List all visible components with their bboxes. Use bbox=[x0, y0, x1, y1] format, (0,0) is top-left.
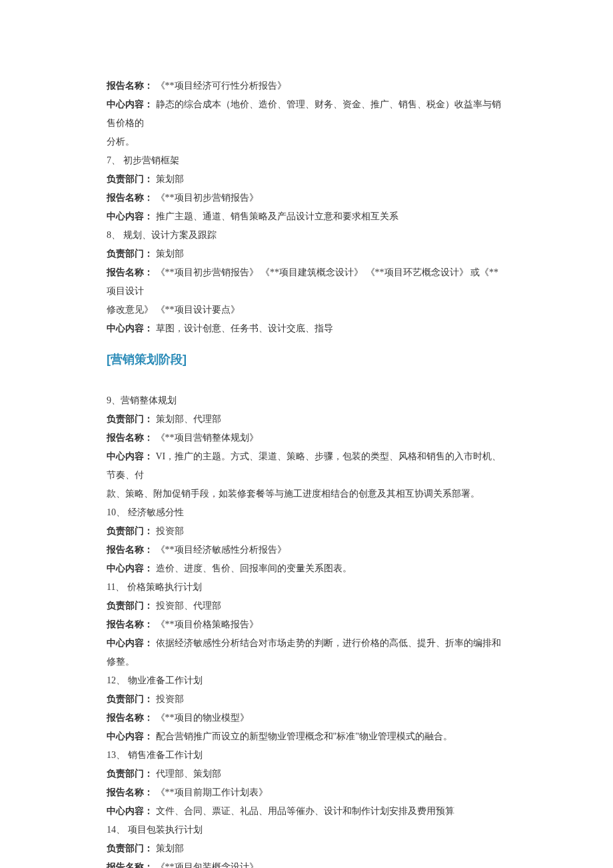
item8-report-line2: 修改意见》 《**项目设计要点》 bbox=[107, 301, 506, 319]
dept-value: 投资部 bbox=[156, 694, 184, 704]
item6-content-line1: 中心内容： 静态的综合成本（地价、造价、管理、财务、资金、推广、销售、税金）收益… bbox=[107, 95, 506, 133]
content-label: 中心内容： bbox=[107, 563, 153, 573]
report-label: 报告名称： bbox=[107, 433, 153, 443]
item6-content-line2: 分析。 bbox=[107, 133, 506, 151]
item10-number: 10、 经济敏感分性 bbox=[107, 503, 506, 522]
item8-dept-line: 负责部门： 策划部 bbox=[107, 245, 506, 263]
item9-number: 9、营销整体规划 bbox=[107, 391, 506, 410]
item8-content-line: 中心内容： 草图，设计创意、任务书、设计交底、指导 bbox=[107, 319, 506, 338]
dept-label: 负责部门： bbox=[107, 843, 153, 853]
dept-value: 策划部 bbox=[156, 249, 184, 259]
content-value: 静态的综合成本（地价、造价、管理、财务、资金、推广、销售、税金）收益率与销售价格… bbox=[107, 99, 501, 128]
item8-number: 8、 规划、设计方案及跟踪 bbox=[107, 226, 506, 245]
report-value: 《**项目初步营销报告》 《**项目建筑概念设计》 《**项目环艺概念设计》 或… bbox=[107, 267, 498, 296]
item11-report-line: 报告名称： 《**项目价格策略报告》 bbox=[107, 615, 506, 634]
item13-content-line: 中心内容： 文件、合同、票证、礼品、用品等催办、设计和制作计划安排及费用预算 bbox=[107, 802, 506, 821]
dept-value: 策划部 bbox=[156, 843, 184, 853]
content-value: 依据经济敏感性分析结合对市场走势的判断，进行价格的高低、提升、折率的编排和修整。 bbox=[107, 638, 501, 667]
report-label: 报告名称： bbox=[107, 713, 153, 723]
item9-dept-line: 负责部门： 策划部、代理部 bbox=[107, 410, 506, 429]
item7-report-line: 报告名称： 《**项目初步营销报告》 bbox=[107, 189, 506, 207]
document-page: 报告名称： 《**项目经济可行性分析报告》 中心内容： 静态的综合成本（地价、造… bbox=[0, 0, 613, 868]
item11-content-line: 中心内容： 依据经济敏感性分析结合对市场走势的判断，进行价格的高低、提升、折率的… bbox=[107, 634, 506, 671]
content-label: 中心内容： bbox=[107, 211, 153, 221]
dept-value: 策划部 bbox=[156, 174, 184, 184]
report-value: 《**项目价格策略报告》 bbox=[156, 619, 259, 629]
item6-report-line: 报告名称： 《**项目经济可行性分析报告》 bbox=[107, 77, 506, 95]
item12-dept-line: 负责部门： 投资部 bbox=[107, 690, 506, 709]
dept-label: 负责部门： bbox=[107, 769, 153, 779]
report-label: 报告名称： bbox=[107, 267, 153, 277]
dept-label: 负责部门： bbox=[107, 414, 153, 424]
report-label: 报告名称： bbox=[107, 193, 153, 203]
content-label: 中心内容： bbox=[107, 323, 153, 333]
content-value: 配合营销推广而设立的新型物业管理概念和"标准"物业管理模式的融合。 bbox=[156, 731, 452, 741]
content-label: 中心内容： bbox=[107, 99, 153, 109]
dept-label: 负责部门： bbox=[107, 174, 153, 184]
item9-content-line1: 中心内容： VI，推广的主题。方式、渠道、策略、步骤，包装的类型、风格和销售的入… bbox=[107, 447, 506, 485]
content-label: 中心内容： bbox=[107, 731, 153, 741]
dept-value: 投资部、代理部 bbox=[156, 601, 221, 611]
section-heading-marketing: [营销策划阶段] bbox=[107, 347, 506, 371]
item12-content-line: 中心内容： 配合营销推广而设立的新型物业管理概念和"标准"物业管理模式的融合。 bbox=[107, 727, 506, 746]
dept-label: 负责部门： bbox=[107, 526, 153, 536]
dept-value: 代理部、策划部 bbox=[156, 769, 221, 779]
item12-report-line: 报告名称： 《**项目的物业模型》 bbox=[107, 709, 506, 727]
content-value: VI，推广的主题。方式、渠道、策略、步骤，包装的类型、风格和销售的入市时机、节奏… bbox=[107, 451, 501, 480]
report-value: 《**项目前期工作计划表》 bbox=[156, 787, 268, 797]
dept-label: 负责部门： bbox=[107, 601, 153, 611]
item14-report-line: 报告名称： 《**项目包装概念设计》 bbox=[107, 858, 506, 868]
report-value: 《**项目经济可行性分析报告》 bbox=[156, 81, 287, 91]
item10-content-line: 中心内容： 造价、进度、售价、回报率间的变量关系图表。 bbox=[107, 559, 506, 578]
item11-dept-line: 负责部门： 投资部、代理部 bbox=[107, 597, 506, 615]
content-label: 中心内容： bbox=[107, 451, 153, 461]
content-label: 中心内容： bbox=[107, 638, 153, 648]
item10-dept-line: 负责部门： 投资部 bbox=[107, 522, 506, 541]
item12-number: 12、 物业准备工作计划 bbox=[107, 671, 506, 690]
item8-report-line1: 报告名称： 《**项目初步营销报告》 《**项目建筑概念设计》 《**项目环艺概… bbox=[107, 263, 506, 301]
item14-number: 14、 项目包装执行计划 bbox=[107, 821, 506, 839]
content-label: 中心内容： bbox=[107, 806, 153, 816]
item7-dept-line: 负责部门： 策划部 bbox=[107, 170, 506, 189]
report-value: 《**项目经济敏感性分析报告》 bbox=[156, 545, 287, 555]
report-value: 《**项目初步营销报告》 bbox=[156, 193, 259, 203]
dept-value: 投资部 bbox=[156, 526, 184, 536]
report-label: 报告名称： bbox=[107, 862, 153, 868]
content-value: 造价、进度、售价、回报率间的变量关系图表。 bbox=[156, 563, 352, 573]
content-value: 草图，设计创意、任务书、设计交底、指导 bbox=[156, 323, 333, 333]
item7-number: 7、 初步营销框架 bbox=[107, 151, 506, 170]
item14-dept-line: 负责部门： 策划部 bbox=[107, 839, 506, 858]
report-label: 报告名称： bbox=[107, 787, 153, 797]
item13-dept-line: 负责部门： 代理部、策划部 bbox=[107, 765, 506, 783]
content-value: 推广主题、通道、销售策略及产品设计立意和要求相互关系 bbox=[156, 211, 398, 221]
report-label: 报告名称： bbox=[107, 545, 153, 555]
dept-value: 策划部、代理部 bbox=[156, 414, 221, 424]
report-label: 报告名称： bbox=[107, 81, 153, 91]
dept-label: 负责部门： bbox=[107, 694, 153, 704]
item13-report-line: 报告名称： 《**项目前期工作计划表》 bbox=[107, 783, 506, 802]
item9-report-line: 报告名称： 《**项目营销整体规划》 bbox=[107, 429, 506, 447]
dept-label: 负责部门： bbox=[107, 249, 153, 259]
item11-number: 11、 价格策略执行计划 bbox=[107, 578, 506, 597]
item7-content-line: 中心内容： 推广主题、通道、销售策略及产品设计立意和要求相互关系 bbox=[107, 207, 506, 226]
report-value: 《**项目包装概念设计》 bbox=[156, 862, 259, 868]
item13-number: 13、 销售准备工作计划 bbox=[107, 746, 506, 765]
item9-content-line2: 款、策略、附加促销手段，如装修套餐等与施工进度相结合的创意及其相互协调关系部署。 bbox=[107, 485, 506, 503]
report-label: 报告名称： bbox=[107, 619, 153, 629]
content-value: 文件、合同、票证、礼品、用品等催办、设计和制作计划安排及费用预算 bbox=[156, 806, 454, 816]
report-value: 《**项目的物业模型》 bbox=[156, 713, 249, 723]
item10-report-line: 报告名称： 《**项目经济敏感性分析报告》 bbox=[107, 541, 506, 559]
report-value: 《**项目营销整体规划》 bbox=[156, 433, 259, 443]
